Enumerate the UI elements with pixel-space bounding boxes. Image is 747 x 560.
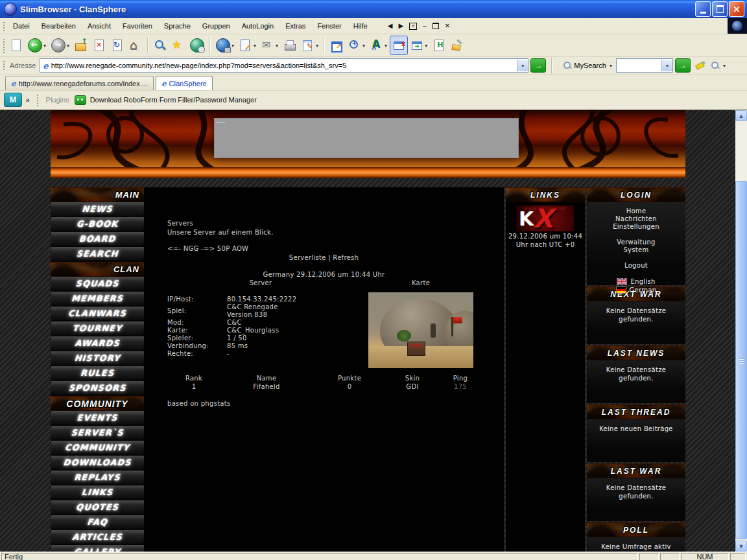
login-link-system[interactable]: System: [587, 246, 685, 253]
search-input[interactable]: ▾: [616, 58, 673, 73]
print-button[interactable]: [281, 36, 299, 55]
sidebar-item-rules[interactable]: RULES: [51, 366, 144, 381]
sidebar-item-community[interactable]: COMMUNITY: [51, 441, 144, 456]
menu-extras[interactable]: Extras: [279, 20, 311, 32]
toolbar-grip[interactable]: [2, 21, 5, 32]
tab-next-icon[interactable]: ▶: [398, 23, 403, 29]
mysearch-label[interactable]: MySearch: [574, 62, 606, 69]
sidebar-item-links[interactable]: LINKS: [51, 485, 144, 500]
clean-button[interactable]: [448, 36, 466, 55]
scrollbar-thumb[interactable]: [735, 181, 747, 539]
menu-ansicht[interactable]: Ansicht: [82, 20, 117, 32]
vertical-scrollbar[interactable]: ▲ ▼: [735, 110, 747, 552]
popup-blocker-button[interactable]: [390, 36, 408, 55]
roboform-link[interactable]: Download RoboForm Form Filler/Password M…: [90, 96, 257, 104]
history-button[interactable]: [187, 36, 207, 55]
menu-favoriten[interactable]: Favoriten: [117, 20, 158, 32]
sidebar-item-gallery[interactable]: GALLERY: [51, 545, 144, 552]
menu-datei[interactable]: Datei: [7, 20, 36, 32]
forward-button[interactable]: ▾: [49, 36, 72, 55]
tab-prev-icon[interactable]: ◀: [388, 23, 393, 29]
login-link-logout[interactable]: Logout: [587, 262, 685, 269]
sidebar-item-clanwars[interactable]: CLANWARS: [51, 307, 144, 321]
sidebar-item-members[interactable]: MEMBERS: [51, 292, 144, 307]
minimize-button[interactable]: [695, 1, 711, 17]
toolbar-grip[interactable]: [36, 93, 39, 106]
sidebar-item-articles[interactable]: ARTICLES: [51, 530, 144, 545]
plugin-m-icon[interactable]: M: [4, 93, 22, 107]
sidebar-item-replays[interactable]: REPLAYS: [51, 471, 144, 485]
close-all-icon[interactable]: ×: [409, 23, 417, 30]
sidebar-item-tourney[interactable]: TOURNEY: [51, 321, 144, 336]
tab-renegadeforums[interactable]: e http://www.renegadeforums.com/index...…: [5, 76, 154, 90]
toolbar-grip[interactable]: [2, 60, 5, 71]
open-button[interactable]: [72, 36, 90, 55]
restore-button[interactable]: [712, 1, 728, 17]
favorites-button[interactable]: [169, 36, 187, 55]
login-link-verwaltung[interactable]: Verwaltung: [587, 239, 685, 246]
toolbar-grip[interactable]: [2, 38, 5, 53]
menu-sprache[interactable]: Sprache: [158, 20, 196, 32]
search-button[interactable]: [151, 36, 169, 55]
zoom-button[interactable]: ▾: [346, 36, 368, 55]
sidebar-item-downloads[interactable]: DOWNLOADS: [51, 456, 144, 471]
close-button[interactable]: ✕: [729, 1, 744, 17]
title-bar: SlimBrowser - ClanSphere ✕: [0, 0, 747, 18]
sidebar-item-board[interactable]: BOARD: [51, 232, 144, 247]
stop-button[interactable]: [90, 36, 108, 55]
menu-bearbeiten[interactable]: Bearbeiten: [36, 20, 82, 32]
url-text[interactable]: http://www.renegade-community.net/new-pa…: [51, 62, 517, 69]
sidebar-item-gbook[interactable]: G-BOOK: [51, 217, 144, 232]
scroll-up-icon[interactable]: ▲: [735, 110, 747, 121]
tab-clansphere[interactable]: e ClanSphere: [156, 76, 213, 90]
refresh-button[interactable]: [108, 36, 126, 55]
open-external-button[interactable]: [327, 36, 346, 55]
search-go-button[interactable]: →: [675, 58, 691, 73]
overflow-chevron-icon[interactable]: »: [26, 97, 30, 104]
text-size-button[interactable]: ▾: [368, 36, 390, 55]
search-dropdown-icon[interactable]: ▾: [661, 60, 672, 71]
menu-autologin[interactable]: AutoLogin: [236, 20, 280, 32]
login-link-nachrichten[interactable]: Nachrichten: [587, 215, 685, 222]
scroll-down-icon[interactable]: ▼: [735, 541, 747, 552]
serverlist-refresh-links[interactable]: Serverliste | Refresh: [144, 254, 504, 261]
mdi-close-icon[interactable]: ✕: [445, 23, 450, 29]
new-page-button[interactable]: [7, 36, 25, 55]
menu-hilfe[interactable]: Hilfe: [348, 20, 374, 32]
go-button[interactable]: →: [530, 58, 546, 73]
clean-brush-icon: [451, 39, 464, 52]
back-button[interactable]: ▾: [25, 36, 49, 55]
sidebar-item-quotes[interactable]: QUOTES: [51, 500, 144, 515]
mdi-restore-icon[interactable]: [433, 23, 439, 29]
sidebar-item-squads[interactable]: SQUADS: [51, 277, 144, 292]
home-button[interactable]: [126, 36, 145, 55]
sidebar-item-news[interactable]: NEWS: [51, 202, 144, 217]
mysearch-menu[interactable]: MySearch ▾: [563, 61, 612, 70]
compose-button[interactable]: ▾: [299, 36, 321, 55]
login-link-home[interactable]: Home: [587, 207, 685, 215]
sidebar-item-awards[interactable]: AWARDS: [51, 336, 144, 351]
highlighter-icon[interactable]: [694, 60, 706, 71]
sidebar-item-history[interactable]: HISTORY: [51, 351, 144, 366]
language-english[interactable]: English: [587, 278, 685, 285]
address-input[interactable]: e http://www.renegade-community.net/new-…: [40, 58, 528, 73]
sidebar-item-servers[interactable]: SERVER`S: [51, 426, 144, 441]
menu-gruppen[interactable]: Gruppen: [196, 20, 236, 32]
language-german[interactable]: German: [587, 286, 685, 294]
server-name[interactable]: <=- NGG -=> 50P AOW: [167, 245, 248, 252]
login-link-einstellungen[interactable]: Einstellungen: [587, 223, 685, 230]
menu-fenster[interactable]: Fenster: [311, 20, 347, 32]
sidebar-item-sponsors[interactable]: SPONSORS: [51, 381, 144, 396]
sidebar-item-faq[interactable]: FAQ: [51, 515, 144, 530]
sidebar-item-events[interactable]: EVENTS: [51, 411, 144, 426]
web-services-button[interactable]: ▾: [213, 36, 237, 55]
affiliate-logo-banner[interactable]: www.gfxxl.com K X: [516, 205, 574, 231]
html-button[interactable]: [430, 36, 448, 55]
popup-allow-button[interactable]: ▾: [408, 36, 430, 55]
address-dropdown-icon[interactable]: ▾: [517, 60, 528, 71]
mdi-minimize-icon[interactable]: –: [423, 23, 427, 29]
form-filler-button[interactable]: ▾: [237, 36, 259, 55]
find-button[interactable]: ▾: [706, 56, 730, 75]
sidebar-item-search[interactable]: SEARCH: [51, 247, 144, 262]
mail-button[interactable]: ▾: [259, 36, 281, 55]
